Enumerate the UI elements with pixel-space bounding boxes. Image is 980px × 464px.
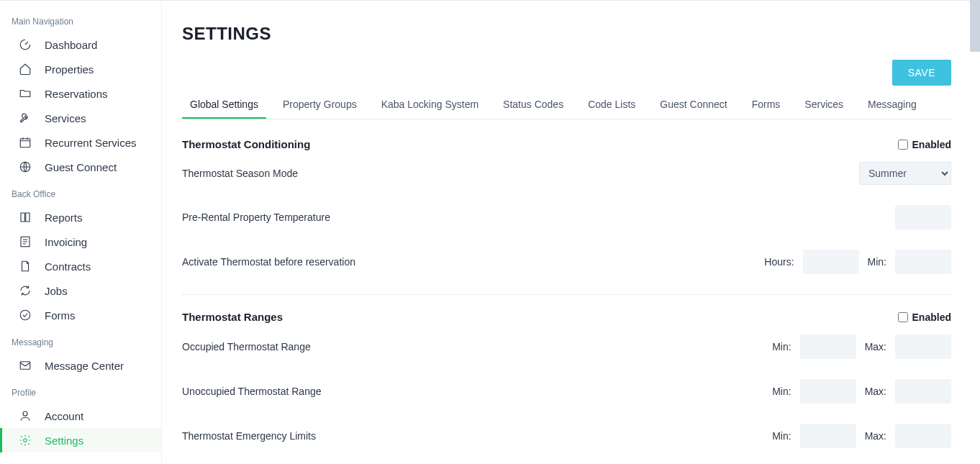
sidebar-item-label: Settings bbox=[45, 435, 83, 447]
svg-rect-4 bbox=[20, 362, 30, 370]
activate-thermostat-label: Activate Thermostat before reservation bbox=[182, 256, 355, 268]
sidebar-item-reservations[interactable]: Reservations bbox=[0, 81, 161, 106]
sidebar-item-invoicing[interactable]: Invoicing bbox=[0, 229, 161, 254]
sidebar-item-recurrent-services[interactable]: Recurrent Services bbox=[0, 130, 161, 155]
receipt-icon bbox=[19, 235, 32, 248]
user-icon bbox=[19, 409, 32, 422]
season-mode-select[interactable]: Summer bbox=[859, 162, 951, 185]
unoccupied-min-input[interactable] bbox=[800, 379, 856, 404]
section-title-thermostat-conditioning: Thermostat Conditioning bbox=[182, 138, 310, 150]
min-label: Min: bbox=[772, 430, 791, 442]
sidebar-header-back-office: Back Office bbox=[0, 179, 161, 205]
pre-rental-temp-input[interactable] bbox=[895, 205, 951, 229]
tab-global-settings[interactable]: Global Settings bbox=[182, 91, 266, 119]
svg-point-6 bbox=[24, 439, 27, 442]
enabled-label: Enabled bbox=[912, 139, 951, 150]
wrench-icon bbox=[19, 112, 32, 124]
sidebar-item-label: Recurrent Services bbox=[45, 137, 137, 149]
occupied-min-input[interactable] bbox=[800, 335, 856, 359]
tab-forms[interactable]: Forms bbox=[744, 91, 789, 119]
min-label: Min: bbox=[772, 341, 791, 352]
sidebar-item-label: Contracts bbox=[45, 260, 91, 273]
sidebar-item-label: Message Center bbox=[45, 360, 124, 372]
min-label: Min: bbox=[868, 256, 886, 268]
enabled-label: Enabled bbox=[912, 311, 951, 323]
sidebar-header-messaging: Messaging bbox=[0, 327, 161, 353]
sidebar-header-profile: Profile bbox=[0, 378, 161, 404]
tab-property-groups[interactable]: Property Groups bbox=[275, 91, 365, 119]
sidebar-item-reports[interactable]: Reports bbox=[0, 205, 161, 229]
tab-services[interactable]: Services bbox=[797, 91, 851, 119]
calendar-icon bbox=[19, 136, 32, 149]
sidebar-item-label: Reservations bbox=[45, 88, 108, 100]
activate-min-input[interactable] bbox=[895, 250, 951, 274]
sidebar-item-properties[interactable]: Properties bbox=[0, 57, 161, 81]
tab-kaba-locking[interactable]: Kaba Locking System bbox=[373, 91, 486, 119]
thermostat-ranges-enabled-checkbox[interactable] bbox=[898, 312, 908, 322]
max-label: Max: bbox=[865, 386, 886, 397]
tabs: Global Settings Property Groups Kaba Loc… bbox=[182, 91, 951, 119]
main-content: SETTINGS SAVE Global Settings Property G… bbox=[162, 1, 980, 464]
globe-icon bbox=[19, 160, 32, 173]
tab-messaging[interactable]: Messaging bbox=[860, 91, 925, 119]
sidebar-item-settings[interactable]: Settings bbox=[0, 428, 161, 452]
sidebar-item-label: Jobs bbox=[45, 285, 68, 297]
sidebar-item-label: Services bbox=[45, 112, 86, 124]
emergency-max-input[interactable] bbox=[895, 424, 951, 448]
book-icon bbox=[19, 211, 32, 224]
sidebar-item-contracts[interactable]: Contracts bbox=[0, 254, 161, 278]
svg-point-3 bbox=[20, 310, 30, 320]
home-icon bbox=[19, 63, 32, 76]
refresh-icon bbox=[19, 284, 32, 297]
section-title-thermostat-ranges: Thermostat Ranges bbox=[182, 311, 283, 323]
scrollbar-thumb[interactable] bbox=[970, 0, 980, 52]
sidebar-item-label: Account bbox=[45, 410, 83, 422]
hours-label: Hours: bbox=[764, 256, 794, 268]
min-label: Min: bbox=[772, 386, 791, 397]
pre-rental-temp-label: Pre-Rental Property Temperature bbox=[182, 211, 330, 223]
thermostat-conditioning-enabled-checkbox[interactable] bbox=[898, 140, 908, 150]
occupied-max-input[interactable] bbox=[895, 335, 951, 359]
sidebar-item-label: Properties bbox=[45, 63, 94, 76]
tab-code-lists[interactable]: Code Lists bbox=[580, 91, 643, 119]
sidebar-item-label: Dashboard bbox=[45, 39, 97, 51]
sidebar: Main Navigation Dashboard Properties Res… bbox=[0, 1, 162, 464]
sidebar-item-label: Guest Connect bbox=[45, 161, 117, 173]
document-icon bbox=[19, 260, 32, 273]
sidebar-item-jobs[interactable]: Jobs bbox=[0, 278, 161, 303]
page-title: SETTINGS bbox=[182, 24, 951, 44]
mail-icon bbox=[19, 359, 32, 372]
save-button[interactable]: SAVE bbox=[892, 60, 951, 86]
sidebar-header-main: Main Navigation bbox=[0, 6, 161, 32]
section-divider bbox=[182, 294, 951, 295]
emergency-limits-label: Thermostat Emergency Limits bbox=[182, 430, 316, 442]
emergency-min-input[interactable] bbox=[800, 424, 856, 448]
sidebar-item-forms[interactable]: Forms bbox=[0, 303, 161, 327]
svg-point-5 bbox=[23, 411, 27, 416]
max-label: Max: bbox=[865, 430, 886, 442]
sidebar-item-account[interactable]: Account bbox=[0, 404, 161, 428]
gauge-icon bbox=[19, 38, 32, 51]
folder-icon bbox=[19, 87, 32, 100]
sidebar-item-dashboard[interactable]: Dashboard bbox=[0, 32, 161, 57]
sidebar-header-more: More bbox=[0, 452, 161, 464]
sidebar-item-label: Invoicing bbox=[45, 236, 87, 248]
sidebar-item-label: Reports bbox=[45, 211, 83, 224]
unoccupied-range-label: Unoccupied Thermostat Range bbox=[182, 386, 322, 397]
sidebar-item-label: Forms bbox=[45, 309, 76, 322]
unoccupied-max-input[interactable] bbox=[895, 379, 951, 404]
sidebar-item-services[interactable]: Services bbox=[0, 106, 161, 130]
sidebar-item-message-center[interactable]: Message Center bbox=[0, 353, 161, 378]
activate-hours-input[interactable] bbox=[803, 250, 859, 274]
tab-status-codes[interactable]: Status Codes bbox=[495, 91, 571, 119]
check-circle-icon bbox=[19, 309, 32, 322]
occupied-range-label: Occupied Thermostat Range bbox=[182, 341, 311, 352]
gear-icon bbox=[19, 434, 32, 447]
tab-guest-connect[interactable]: Guest Connect bbox=[652, 91, 735, 119]
season-mode-label: Thermostat Season Mode bbox=[182, 168, 298, 179]
svg-rect-0 bbox=[20, 139, 30, 147]
max-label: Max: bbox=[865, 341, 886, 352]
sidebar-item-guest-connect[interactable]: Guest Connect bbox=[0, 155, 161, 179]
